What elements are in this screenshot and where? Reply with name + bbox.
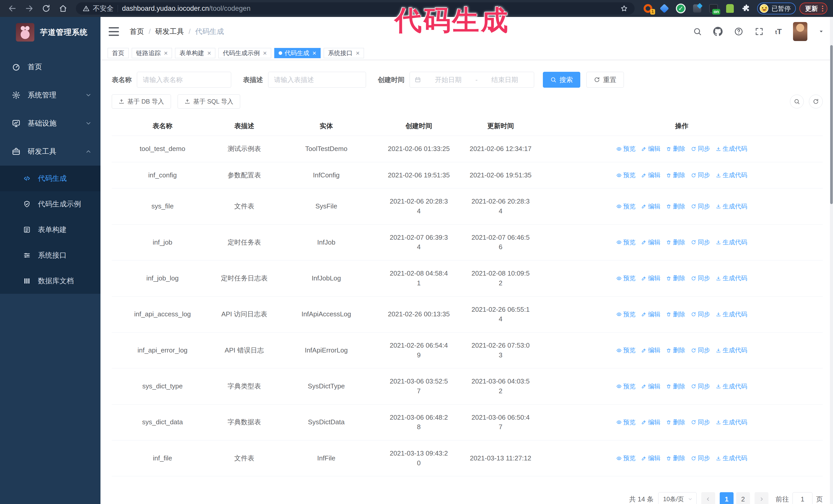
action-编辑[interactable]: 编辑: [641, 202, 661, 211]
sidebar-item-系统管理[interactable]: 系统管理: [0, 81, 100, 109]
gem-blue-icon[interactable]: [659, 3, 669, 14]
paused-chip[interactable]: 已暂停: [757, 3, 796, 14]
sidebar-logo-row[interactable]: 芋道管理系统: [0, 17, 100, 47]
action-预览[interactable]: 预览: [616, 274, 636, 283]
action-删除[interactable]: 删除: [666, 238, 685, 247]
user-avatar[interactable]: [793, 22, 807, 41]
action-删除[interactable]: 删除: [666, 418, 685, 427]
action-编辑[interactable]: 编辑: [641, 274, 661, 283]
kebab-menu-icon[interactable]: [822, 6, 823, 11]
sidebar-subitem-代码生成示例[interactable]: 代码生成示例: [0, 191, 100, 217]
check-green-icon[interactable]: ✓: [675, 3, 686, 14]
sidebar-subitem-代码生成[interactable]: 代码生成: [0, 166, 100, 191]
table-row[interactable]: inf_job_log定时任务日志表InfJobLog2021-02-08 04…: [112, 261, 823, 296]
action-同步[interactable]: 同步: [691, 238, 710, 247]
tab-链路追踪[interactable]: 链路追踪×: [132, 48, 172, 58]
action-删除[interactable]: 删除: [666, 454, 685, 463]
action-同步[interactable]: 同步: [691, 454, 710, 463]
search-icon[interactable]: [693, 27, 702, 36]
action-生成代码[interactable]: 生成代码: [716, 310, 747, 319]
back-icon[interactable]: [6, 2, 19, 15]
import-sql-button[interactable]: 基于 SQL 导入: [177, 94, 240, 109]
reset-button[interactable]: 重置: [587, 72, 624, 88]
bookmark-star-icon[interactable]: [620, 5, 628, 12]
action-预览[interactable]: 预览: [616, 171, 636, 180]
security-label[interactable]: 不安全: [93, 4, 114, 13]
url-bar[interactable]: 不安全 dashboard.yudao.iocoder.cn/tool/code…: [76, 2, 635, 15]
action-生成代码[interactable]: 生成代码: [716, 144, 747, 153]
action-删除[interactable]: 删除: [666, 274, 685, 283]
action-编辑[interactable]: 编辑: [641, 346, 661, 355]
next-page-button[interactable]: [755, 492, 768, 504]
action-同步[interactable]: 同步: [691, 171, 710, 180]
grid-blue-diamond-icon[interactable]: [692, 3, 702, 14]
table-row[interactable]: inf_config参数配置表InfConfig2021-02-06 19:51…: [112, 162, 823, 188]
breadcrumb-item[interactable]: 首页: [130, 27, 144, 37]
table-row[interactable]: inf_file文件表InfFile2021-03-13 09:43:2 020…: [112, 440, 823, 476]
caret-down-icon[interactable]: [819, 29, 824, 34]
action-预览[interactable]: 预览: [616, 238, 636, 247]
action-编辑[interactable]: 编辑: [641, 418, 661, 427]
action-编辑[interactable]: 编辑: [641, 310, 661, 319]
forward-icon[interactable]: [23, 2, 36, 15]
table-row[interactable]: inf_job定时任务表InfJob2021-02-07 06:39:3 420…: [112, 224, 823, 260]
action-编辑[interactable]: 编辑: [641, 144, 661, 153]
sidebar-subitem-数据库文档[interactable]: 数据库文档: [0, 268, 100, 294]
action-生成代码[interactable]: 生成代码: [716, 238, 747, 247]
tab-close-icon[interactable]: ×: [207, 50, 211, 56]
fullscreen-icon[interactable]: [755, 27, 764, 36]
date-start-placeholder[interactable]: 开始日期: [424, 75, 473, 85]
tab-表单构建[interactable]: 表单构建×: [175, 48, 215, 58]
breadcrumb-item[interactable]: 研发工具: [155, 27, 184, 37]
action-同步[interactable]: 同步: [691, 144, 710, 153]
action-预览[interactable]: 预览: [616, 310, 636, 319]
action-生成代码[interactable]: 生成代码: [716, 171, 747, 180]
refresh-button[interactable]: [809, 95, 823, 109]
action-生成代码[interactable]: 生成代码: [716, 274, 747, 283]
table-desc-input[interactable]: [268, 72, 366, 88]
hamburger-icon[interactable]: [109, 27, 119, 36]
action-删除[interactable]: 删除: [666, 382, 685, 391]
action-生成代码[interactable]: 生成代码: [716, 418, 747, 427]
adblock-orange-icon[interactable]: 1: [643, 3, 653, 14]
home-icon[interactable]: [56, 2, 70, 15]
action-生成代码[interactable]: 生成代码: [716, 346, 747, 355]
update-button[interactable]: 更新: [800, 3, 827, 14]
action-生成代码[interactable]: 生成代码: [716, 382, 747, 391]
sidebar-item-基础设施[interactable]: 基础设施: [0, 109, 100, 137]
action-同步[interactable]: 同步: [691, 382, 710, 391]
sidebar-subitem-系统接口[interactable]: 系统接口: [0, 242, 100, 268]
goto-page-input[interactable]: [792, 492, 812, 504]
tab-close-icon[interactable]: ×: [356, 50, 360, 56]
import-db-button[interactable]: 基于 DB 导入: [112, 94, 171, 109]
text-size-icon[interactable]: tT: [775, 27, 782, 36]
action-生成代码[interactable]: 生成代码: [716, 202, 747, 211]
tab-close-icon[interactable]: ×: [263, 50, 266, 56]
help-icon[interactable]: [734, 27, 743, 36]
scrollbar-thumb[interactable]: [830, 45, 833, 204]
action-同步[interactable]: 同步: [691, 418, 710, 427]
table-row[interactable]: inf_api_access_logAPI 访问日志表InfApiAccessL…: [112, 296, 823, 332]
action-删除[interactable]: 删除: [666, 202, 685, 211]
action-同步[interactable]: 同步: [691, 310, 710, 319]
tab-代码生成示例[interactable]: 代码生成示例×: [218, 48, 271, 58]
date-end-placeholder[interactable]: 结束日期: [480, 75, 529, 85]
action-删除[interactable]: 删除: [666, 310, 685, 319]
search-button[interactable]: 搜索: [543, 72, 580, 88]
page-button-2[interactable]: 2: [736, 492, 750, 504]
window-scrollbar[interactable]: [830, 17, 833, 504]
tab-首页[interactable]: 首页: [108, 48, 129, 58]
action-删除[interactable]: 删除: [666, 144, 685, 153]
action-编辑[interactable]: 编辑: [641, 382, 661, 391]
table-row[interactable]: tool_test_demo测试示例表ToolTestDemo2021-02-0…: [112, 136, 823, 162]
url-text[interactable]: dashboard.yudao.iocoder.cn/tool/codegen: [122, 5, 251, 13]
action-同步[interactable]: 同步: [691, 274, 710, 283]
action-编辑[interactable]: 编辑: [641, 454, 661, 463]
sidebar-subitem-表单构建[interactable]: 表单构建: [0, 217, 100, 242]
table-row[interactable]: sys_dict_type字典类型表SysDictType2021-03-06 …: [112, 368, 823, 404]
reload-icon[interactable]: [40, 2, 53, 15]
action-预览[interactable]: 预览: [616, 382, 636, 391]
table-row[interactable]: sys_file文件表SysFile2021-02-06 20:28:3 420…: [112, 188, 823, 224]
date-range-picker[interactable]: 开始日期 - 结束日期: [410, 72, 534, 88]
table-row[interactable]: sys_dict_data字典数据表SysDictData2021-03-06 …: [112, 404, 823, 440]
